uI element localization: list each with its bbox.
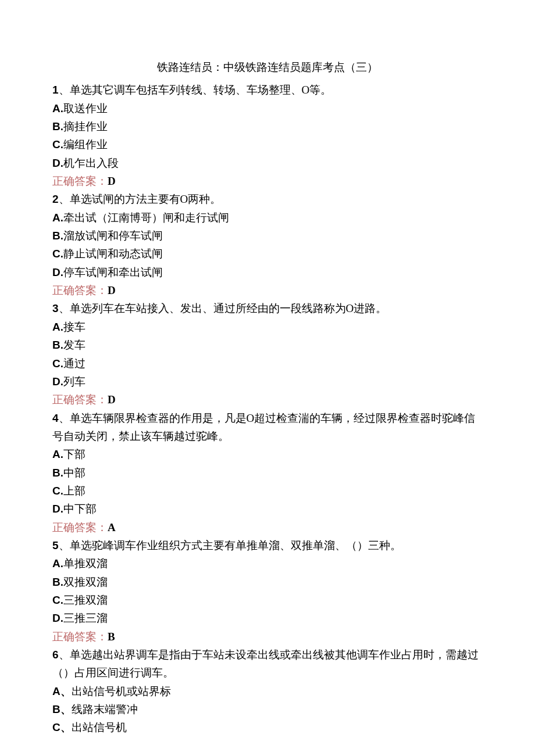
answer-line: 正确答案：D bbox=[52, 281, 483, 299]
question-stem: 5、单选驼峰调车作业组织方式主要有单推单溜、双推单溜、（）三种。 bbox=[52, 536, 483, 554]
question-number: 3 bbox=[52, 302, 59, 314]
option-text: 牵出试（江南博哥）闸和走行试闸 bbox=[63, 212, 229, 224]
questions-container: 1、单选其它调车包括车列转线、转场、车场整理、O等。A.取送作业B.摘挂作业C.… bbox=[52, 81, 483, 736]
question-stem: 1、单选其它调车包括车列转线、转场、车场整理、O等。 bbox=[52, 81, 483, 99]
option-letter: D. bbox=[52, 503, 63, 515]
option-letter: B. bbox=[52, 467, 63, 479]
option-letter: A. bbox=[52, 448, 63, 460]
answer-label: 正确答案： bbox=[52, 175, 108, 187]
answer-line: 正确答案：A bbox=[52, 518, 483, 536]
option-line: C.上部 bbox=[52, 482, 483, 500]
option-letter: A. bbox=[52, 321, 63, 333]
option-text: 上部 bbox=[63, 485, 85, 497]
question-text: 、单选其它调车包括车列转线、转场、车场整理、O等。 bbox=[59, 84, 332, 96]
option-line: B.溜放试闸和停车试闸 bbox=[52, 227, 483, 245]
option-letter: B、 bbox=[52, 703, 72, 715]
option-line: A.取送作业 bbox=[52, 99, 483, 117]
option-line: C.通过 bbox=[52, 354, 483, 372]
option-text: 溜放试闸和停车试闸 bbox=[63, 230, 163, 242]
question-stem: 3、单选列车在车站接入、发出、通过所经由的一段线路称为O进路。 bbox=[52, 299, 483, 317]
option-letter: A. bbox=[52, 212, 63, 224]
option-text: 接车 bbox=[63, 321, 85, 333]
question-number: 6 bbox=[52, 648, 59, 661]
option-letter: D. bbox=[52, 375, 63, 388]
option-text: 停车试闸和牵出试闸 bbox=[63, 266, 163, 278]
option-text: 中部 bbox=[63, 467, 85, 479]
question-text: 、单选驼峰调车作业组织方式主要有单推单溜、双推单溜、（）三种。 bbox=[59, 539, 401, 551]
option-line: A.接车 bbox=[52, 318, 483, 336]
option-line: B.中部 bbox=[52, 464, 483, 482]
option-line: A.牵出试（江南博哥）闸和走行试闸 bbox=[52, 209, 483, 227]
question-number: 5 bbox=[52, 539, 59, 551]
option-text: 编组作业 bbox=[63, 138, 108, 151]
answer-value: D bbox=[108, 284, 116, 296]
option-text: 三推三溜 bbox=[63, 612, 108, 624]
option-line: B.发车 bbox=[52, 336, 483, 354]
question-stem: 4、单选车辆限界检查器的作用是，凡是O超过检查湍的车辆，经过限界检查器时驼峰信号… bbox=[52, 409, 483, 446]
answer-value: B bbox=[108, 630, 115, 643]
option-letter: B. bbox=[52, 120, 63, 132]
option-letter: C. bbox=[52, 248, 63, 260]
option-line: D.列车 bbox=[52, 372, 483, 390]
option-text: 通过 bbox=[63, 357, 85, 370]
option-letter: A. bbox=[52, 102, 63, 114]
option-text: 发车 bbox=[63, 339, 85, 351]
option-letter: A. bbox=[52, 557, 63, 569]
option-line: C、出站信号机 bbox=[52, 718, 483, 736]
option-text: 双推双溜 bbox=[63, 576, 108, 588]
answer-label: 正确答案： bbox=[52, 521, 108, 533]
answer-label: 正确答案： bbox=[52, 630, 108, 643]
option-text: 摘挂作业 bbox=[63, 120, 108, 132]
option-letter: C. bbox=[52, 594, 63, 606]
option-text: 静止试闸和动态试闸 bbox=[63, 248, 163, 260]
option-letter: A、 bbox=[52, 685, 72, 697]
option-line: D.机乍出入段 bbox=[52, 154, 483, 172]
option-text: 线路末端警冲 bbox=[72, 703, 138, 715]
option-line: B.摘挂作业 bbox=[52, 117, 483, 135]
option-letter: C. bbox=[52, 138, 63, 151]
option-line: A.单推双溜 bbox=[52, 554, 483, 572]
option-line: D.中下部 bbox=[52, 500, 483, 518]
option-text: 列车 bbox=[63, 375, 85, 388]
option-letter: C. bbox=[52, 485, 63, 497]
option-text: 取送作业 bbox=[63, 102, 108, 114]
question-text: 、单选试闸的方法主要有O两种。 bbox=[59, 193, 222, 205]
question-number: 2 bbox=[52, 193, 59, 205]
option-line: A、出站信号机或站界标 bbox=[52, 682, 483, 700]
document-title: 铁路连结员：中级铁路连结员题库考点（三） bbox=[52, 58, 483, 76]
answer-line: 正确答案：B bbox=[52, 628, 483, 646]
option-letter: B. bbox=[52, 339, 63, 351]
answer-label: 正确答案： bbox=[52, 284, 108, 296]
option-letter: C. bbox=[52, 357, 63, 370]
question-number: 4 bbox=[52, 412, 59, 424]
option-text: 出站信号机 bbox=[72, 721, 127, 733]
question-number: 1 bbox=[52, 84, 59, 96]
answer-label: 正确答案： bbox=[52, 393, 108, 406]
answer-value: D bbox=[108, 393, 116, 406]
option-text: 机乍出入段 bbox=[63, 157, 119, 169]
question-stem: 2、单选试闸的方法主要有O两种。 bbox=[52, 190, 483, 208]
option-letter: D. bbox=[52, 157, 63, 169]
answer-value: D bbox=[108, 175, 116, 187]
question-text: 、单选车辆限界检查器的作用是，凡是O超过检查湍的车辆，经过限界检查器时驼峰信号自… bbox=[52, 412, 475, 442]
option-line: B、线路末端警冲 bbox=[52, 700, 483, 718]
question-stem: 6、单选越出站界调车是指由于车站未设牵出线或牵出线被其他调车作业占用时，需越过（… bbox=[52, 646, 483, 682]
option-letter: D. bbox=[52, 266, 63, 278]
option-line: A.下部 bbox=[52, 445, 483, 463]
question-text: 、单选列车在车站接入、发出、通过所经由的一段线路称为O进路。 bbox=[59, 302, 387, 314]
option-line: D.停车试闸和牵出试闸 bbox=[52, 263, 483, 281]
option-line: C.静止试闸和动态试闸 bbox=[52, 245, 483, 263]
answer-line: 正确答案：D bbox=[52, 172, 483, 190]
option-line: B.双推双溜 bbox=[52, 573, 483, 591]
option-text: 出站信号机或站界标 bbox=[72, 685, 171, 697]
question-text: 、单选越出站界调车是指由于车站未设牵出线或牵出线被其他调车作业占用时，需越过（）… bbox=[52, 648, 479, 679]
option-line: C.三推双溜 bbox=[52, 591, 483, 609]
answer-value: A bbox=[108, 521, 116, 533]
answer-line: 正确答案：D bbox=[52, 390, 483, 409]
option-letter: B. bbox=[52, 230, 63, 242]
option-text: 单推双溜 bbox=[63, 557, 108, 569]
option-letter: D. bbox=[52, 612, 63, 624]
option-text: 下部 bbox=[63, 448, 85, 460]
option-line: D.三推三溜 bbox=[52, 609, 483, 627]
option-letter: C、 bbox=[52, 721, 72, 733]
